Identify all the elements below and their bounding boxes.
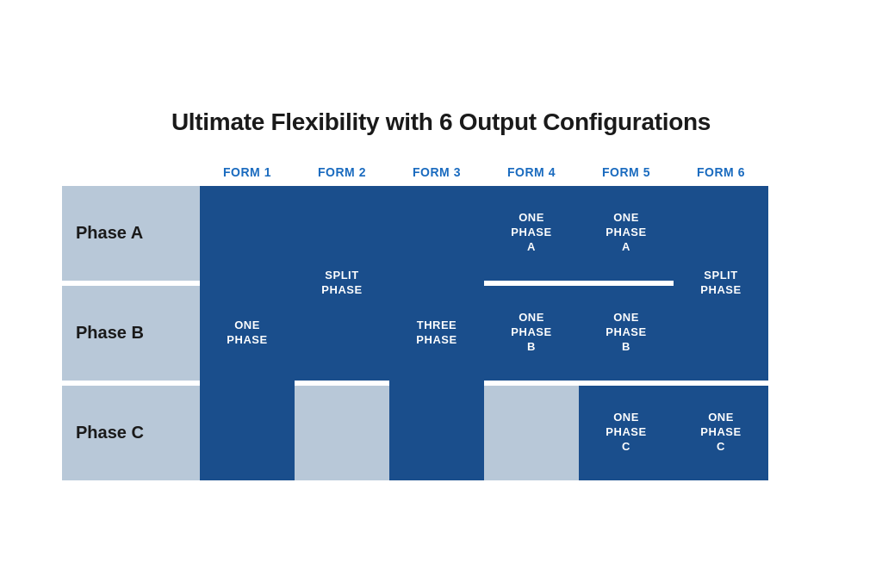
form5-phase-a: ONEPHASEA (579, 186, 674, 281)
header-form1: FORM 1 (200, 162, 295, 183)
phase-a-label: Phase A (62, 186, 200, 281)
header-form2: FORM 2 (295, 162, 389, 183)
form6-phase-ab: SPLITPHASE (674, 186, 768, 381)
header-form3: FORM 3 (389, 162, 484, 183)
form3-all-phases: THREEPHASE (389, 186, 484, 480)
header-form6: FORM 6 (674, 162, 768, 183)
form2-phase-ab: SPLITPHASE (295, 186, 389, 381)
form4-phase-b: ONEPHASEB (484, 286, 579, 381)
page-title: Ultimate Flexibility with 6 Output Confi… (171, 108, 711, 136)
header-form5: FORM 5 (579, 162, 674, 183)
form4-phase-c (484, 386, 579, 480)
form6-phase-c: ONEPHASEC (674, 386, 768, 480)
header-empty (62, 162, 200, 183)
main-grid-container: FORM 1 FORM 2 FORM 3 FORM 4 FORM 5 FORM … (62, 162, 820, 480)
phase-b-label: Phase B (62, 286, 200, 381)
form5-phase-b: ONEPHASEB (579, 286, 674, 381)
phase-c-label: Phase C (62, 386, 200, 480)
form1-all-phases: ONEPHASE (200, 186, 295, 480)
data-grid: Phase A Phase B Phase C ONEPHASE SPLITPH… (62, 186, 820, 480)
form5-phase-c: ONEPHASEC (579, 386, 674, 480)
header-form4: FORM 4 (484, 162, 579, 183)
form2-phase-c (295, 386, 389, 480)
form4-phase-a: ONEPHASEA (484, 186, 579, 281)
header-row: FORM 1 FORM 2 FORM 3 FORM 4 FORM 5 FORM … (62, 162, 820, 183)
